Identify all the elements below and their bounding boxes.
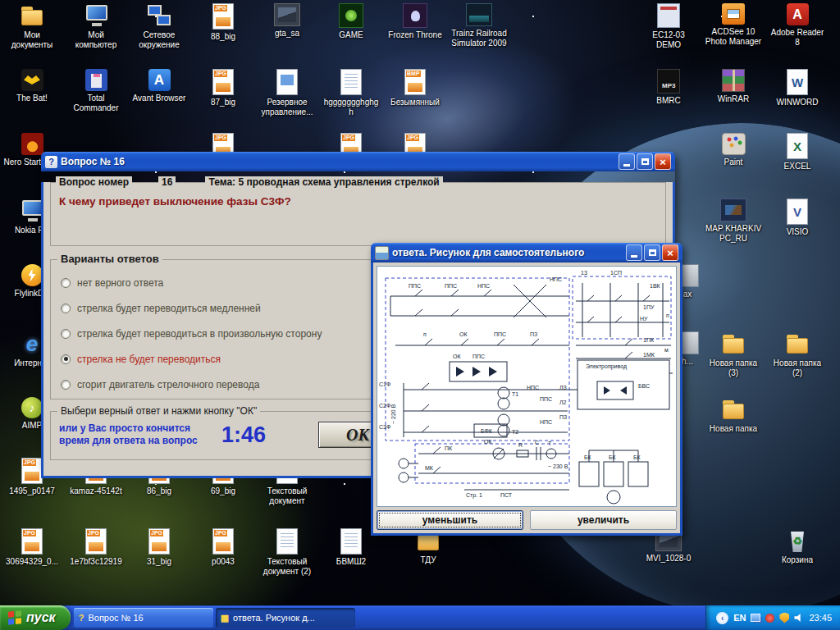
taskbar: пуск ? Вопрос № 16 ▦ ответа. Рисунок д..… [0,605,840,630]
close-button[interactable]: × [655,153,671,170]
schematic-label: БК [633,454,641,460]
file-type-badge: JPG [23,459,36,466]
icon-glyph: W [792,76,803,89]
desktop-icon[interactable]: JPG 88_big [192,3,254,42]
picture-titlebar[interactable]: ответа. Рисунок для самостоятельного × [371,243,682,262]
minimize-button[interactable] [619,153,635,170]
close-button[interactable]: × [662,244,678,261]
maximize-button[interactable] [637,153,653,170]
desktop-icon[interactable]: MP3 BMRC [637,69,700,106]
desktop-icon[interactable]: WinRAR [702,69,765,104]
desktop-icon[interactable]: BMP Безымянный [384,69,446,107]
desktop-icon[interactable]: A Avant Browser [128,69,190,103]
radio-button[interactable] [61,380,71,390]
tray-collapse-icon[interactable]: ‹ [716,612,728,624]
desktop-icon-image: JPG [212,3,234,30]
confirm-group-label: Выбери верный ответ и нажми кнопку "ОК" [57,405,260,417]
desktop-icon[interactable]: Текстовый документ (2) [256,528,318,577]
desktop-icon[interactable]: The Bat! [1,69,63,103]
taskbar-task[interactable]: ▦ ответа. Рисунок д... [216,608,355,628]
picture-window-title: ответа. Рисунок для самостоятельного [392,247,623,258]
desktop-icon[interactable]: Новая папка [702,397,765,434]
desktop-icon-label: Новая папка (3) [702,358,765,378]
file-type-badge: JPG [214,530,227,536]
desktop-icon[interactable]: X EXCEL [766,133,829,171]
desktop-icon[interactable]: Мои документы [1,3,63,50]
desktop-icon-label: 31_big [128,557,190,567]
network-icon[interactable] [751,614,760,622]
schematic-label: ОК [484,439,492,445]
schematic-canvas: 131СП1ВКППСППСНПСНПС1ПУНУппОКППСПЗ1ПК1МК… [377,266,677,507]
timer-hint-line2: время для ответа на вопрос [59,435,221,447]
antivirus-icon[interactable] [765,614,774,623]
desktop-icon[interactable]: Резервное управление... [256,69,318,117]
language-indicator[interactable]: EN [733,613,746,623]
desktop-icon-image [339,3,363,28]
desktop-icon[interactable]: Frozen Throne [384,3,446,40]
schematic-label: ПК [445,445,453,451]
desktop-icon[interactable]: JPG 30694329_0... [1,528,63,567]
desktop-icon[interactable]: Trainz Railroad Simulator 2009 [448,3,510,48]
schematic-label: Т [548,441,552,446]
radio-button[interactable] [61,354,71,364]
desktop-icon-image: ♻ [785,528,810,553]
zoom-out-button[interactable]: уменьшить [377,510,523,530]
desktop-icon[interactable]: W WINWORD [766,69,829,107]
taskbar-clock[interactable]: 23:45 [809,613,832,623]
desktop-icon[interactable]: JPG 87_big [192,69,254,107]
desktop-icon[interactable]: A Adobe Reader 8 [766,3,829,48]
desktop-icon[interactable]: Новая папка (3) [702,331,765,378]
desktop-icon[interactable]: Paint [702,133,765,167]
desktop-icon-image [722,3,745,25]
schematic-label: ППС [540,396,552,402]
desktop-icon[interactable]: MAP KHARKIV PC_RU [702,199,765,244]
desktop-icon-image: JPG [85,528,107,555]
desktop-icon-image: V [787,199,808,225]
desktop-icon[interactable]: GAME [320,3,382,40]
desktop-icon[interactable]: EC12-03 DEMO [637,3,700,50]
desktop-icon[interactable]: Сетевое окружение [128,3,190,50]
taskbar-task[interactable]: ? Вопрос № 16 [74,608,213,628]
desktop-icon[interactable]: JPG 31_big [128,528,190,567]
desktop-icon[interactable]: JPG 1e7bf3c12919 [65,528,127,567]
desktop-icon[interactable]: Total Commander [65,69,127,113]
radio-button[interactable] [61,304,71,313]
desktop-icon[interactable]: ♻ Корзина [766,528,829,565]
desktop-icon[interactable]: gta_sa [256,3,318,39]
desktop-icon[interactable]: V VISIO [766,199,829,237]
desktop-icon[interactable]: hggggggghghgh [320,69,382,117]
schematic-label: п [423,331,427,337]
desktop-icon-label: GAME [320,30,382,40]
volume-icon[interactable] [794,613,804,623]
radio-button[interactable] [61,278,71,288]
schematic-label: МК [425,465,434,471]
minimize-button[interactable] [626,244,642,261]
task-icon: ? [79,613,84,623]
desktop-icon[interactable]: JPG p0043 [192,528,254,567]
desktop-icon-label: 30694329_0... [1,557,63,567]
task-label: Вопрос № 16 [88,613,143,623]
desktop-icon[interactable]: ACDSee 10 Photo Manager [702,3,765,47]
quiz-titlebar[interactable]: ? Вопрос № 16 × [41,152,675,171]
zoom-in-button[interactable]: увеличить [530,510,677,530]
desktop-icon-label: Мой компьютер [65,30,127,50]
desktop-icon[interactable]: Мой компьютер [65,3,127,50]
file-type-badge: JPG [214,135,227,141]
radio-button[interactable] [61,329,71,339]
schematic-label: ОК [459,331,468,337]
maximize-button[interactable] [644,244,660,261]
desktop-icon-image [721,331,746,356]
desktop-icon-label: EC12-03 DEMO [637,30,700,50]
start-button[interactable]: пуск [0,605,71,630]
picture-window: ответа. Рисунок для самостоятельного × [371,243,682,536]
timer-hint: или у Вас просто кончится время для отве… [59,422,221,447]
question-header: Вопрос номер 16 Тема: 5 проводная схема … [56,176,443,188]
desktop-icon-label: WINWORD [766,98,829,107]
desktop-icon-image [403,3,427,28]
security-shield-icon[interactable] [779,613,789,623]
quiz-window-title: Вопрос № 16 [61,156,615,167]
desktop-icon[interactable]: Новая папка (2) [766,331,829,378]
schematic-label: БВС [638,383,650,389]
schematic-label: Т2 [512,429,518,435]
desktop-icon-image [85,69,107,91]
